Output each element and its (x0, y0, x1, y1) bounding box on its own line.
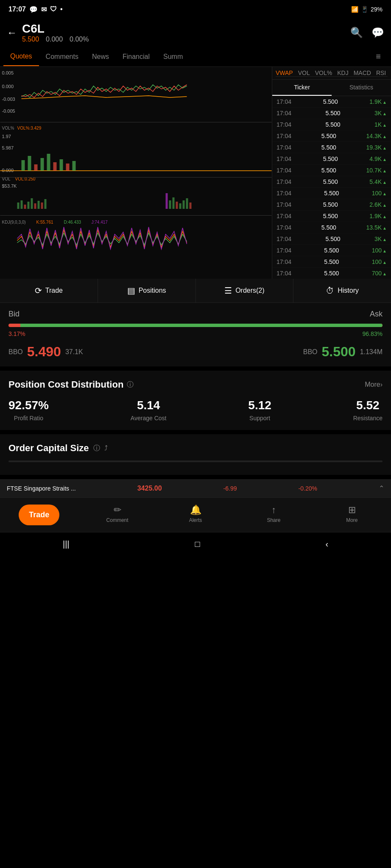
tab-ticker[interactable]: Ticker (272, 80, 332, 96)
ticker-row: 17:04 5.500 2.6K▲ (272, 199, 391, 211)
tab-financial[interactable]: Financial (116, 48, 156, 66)
pcd-title-row: Position Cost Distribution ⓘ (8, 379, 134, 390)
ocs-header: Order Capital Size ⓘ ⤴ (8, 443, 383, 454)
share-icon: ↑ (271, 505, 276, 516)
ticker-row: 17:04 5.500 1.9K▲ (272, 211, 391, 222)
svg-text:-0.005: -0.005 (2, 108, 15, 114)
ind-tab-vwap[interactable]: VWAP (276, 69, 293, 76)
orders-label: Orders(2) (235, 287, 264, 294)
ocs-share-icon[interactable]: ⤴ (104, 444, 108, 452)
chart-area[interactable]: 0.005 0.000 -0.003 -0.005 VOL% VOL%:3.42… (0, 67, 272, 279)
bid-label: Bid (8, 310, 20, 319)
bid-ask-bar (8, 324, 383, 327)
ticker-row: 17:04 5.500 100▲ (272, 245, 391, 256)
avg-cost-stat: 5.14 Average Cost (131, 399, 167, 422)
bn-share-item[interactable]: ↑ Share (235, 501, 313, 529)
positions-button[interactable]: ▤ Positions (98, 279, 196, 302)
status-bar: 17:07 💬 ✉ 🛡 • 📶 📱 29% (0, 0, 391, 19)
trade-action-button[interactable]: Trade (19, 505, 59, 525)
pcd-info-icon[interactable]: ⓘ (127, 380, 134, 389)
ocs-title: Order Capital Size (8, 443, 89, 454)
action-buttons: ⟳ Trade ▤ Positions ☰ Orders(2) ⏱ Histor… (0, 279, 391, 303)
ticker-row: 17:04 5.500 13.5K▲ (272, 222, 391, 233)
stock-change: 0.000 (46, 36, 63, 43)
more-grid-icon: ⊞ (348, 505, 356, 516)
alerts-icon: 🔔 (190, 505, 201, 516)
search-icon[interactable]: 🔍 (350, 27, 363, 39)
bn-alerts-item[interactable]: 🔔 Alerts (156, 501, 235, 529)
svg-text:D:46.433: D:46.433 (64, 220, 81, 225)
profit-ratio-label: Profit Ratio (8, 415, 49, 422)
positions-label: Positions (139, 287, 166, 294)
tab-comments[interactable]: Comments (39, 48, 85, 66)
battery-display: 29% (371, 6, 383, 13)
ticker-row: 17:04 5.500 1K▲ (272, 119, 391, 130)
expand-icon[interactable]: ⌃ (379, 484, 384, 492)
profit-ratio-stat: 92.57% Profit Ratio (8, 399, 49, 422)
stock-price: 5.500 (22, 36, 39, 43)
ind-tab-rsi[interactable]: RSI (376, 69, 386, 76)
svg-rect-34 (41, 202, 43, 209)
support-stat: 5.12 Support (248, 399, 271, 422)
orders-button[interactable]: ☰ Orders(2) (196, 279, 294, 302)
sys-home-button[interactable]: □ (195, 539, 200, 549)
svg-text:VOL%:3.429: VOL%:3.429 (17, 126, 42, 130)
nav-more-icon[interactable]: ≡ (369, 47, 388, 67)
svg-rect-14 (28, 156, 31, 171)
svg-rect-41 (183, 200, 185, 209)
svg-rect-32 (34, 203, 36, 209)
trade-button[interactable]: ⟳ Trade (0, 279, 98, 302)
ind-tab-vol[interactable]: VOL (298, 69, 310, 76)
ind-tab-kdj[interactable]: KDJ (337, 69, 348, 76)
sys-menu-button[interactable]: ||| (63, 539, 70, 549)
pcd-more-button[interactable]: More › (365, 381, 383, 388)
svg-rect-40 (179, 203, 182, 209)
ind-tab-macd[interactable]: MACD (354, 69, 371, 76)
bn-comment-item[interactable]: ✏ Comment (78, 501, 156, 529)
svg-rect-31 (31, 198, 33, 209)
profit-ratio-value: 92.57% (8, 399, 49, 412)
bid-ask-section: Bid Ask 3.17% 96.83% BBO 5.490 37.1K BBO… (0, 303, 391, 366)
tab-summary[interactable]: Summ (156, 48, 190, 66)
pcd-more-label: More (365, 381, 380, 388)
resistance-stat: 5.52 Resistance (353, 399, 383, 422)
svg-rect-44 (0, 215, 272, 216)
svg-rect-25 (0, 181, 272, 215)
tab-news[interactable]: News (85, 48, 116, 66)
svg-rect-29 (24, 205, 26, 209)
index-change-pct: -0.20% (299, 485, 317, 492)
bbo-ask-price: 5.500 (322, 344, 356, 360)
svg-rect-15 (34, 164, 38, 171)
support-label: Support (248, 415, 271, 422)
status-right: 📶 📱 29% (351, 6, 383, 13)
tab-statistics[interactable]: Statistics (332, 80, 391, 96)
pcd-header: Position Cost Distribution ⓘ More › (8, 379, 383, 390)
bbo-row: BBO 5.490 37.1K BBO 5.500 1.134M (8, 344, 383, 360)
header-subtitle: 5.500 0.000 0.00% (22, 36, 345, 43)
ocs-info-icon[interactable]: ⓘ (93, 444, 100, 453)
stock-ticker: C6L (22, 22, 345, 36)
svg-rect-38 (173, 197, 175, 209)
back-button[interactable]: ← (7, 27, 17, 39)
bbo-bid-label: BBO (8, 348, 23, 356)
svg-rect-18 (53, 162, 57, 171)
indicator-tabs-top: VWAP VOL VOL% KDJ MACD RSI (272, 67, 391, 80)
tab-quotes[interactable]: Quotes (3, 47, 39, 66)
ticker-row: 17:04 5.500 3K▲ (272, 233, 391, 245)
comment-icon: ✏ (114, 505, 121, 516)
bn-more-item[interactable]: ⊞ More (313, 501, 391, 529)
svg-rect-13 (22, 160, 25, 171)
svg-rect-20 (66, 164, 70, 171)
sys-back-button[interactable]: ‹ (325, 539, 328, 549)
bn-trade-item[interactable]: Trade (0, 501, 78, 529)
svg-text:0.000: 0.000 (2, 168, 14, 173)
bid-percentage: 3.17% (8, 330, 25, 337)
svg-rect-27 (17, 202, 20, 209)
chat-icon[interactable]: 💬 (371, 27, 384, 39)
ocs-bar (8, 460, 383, 462)
svg-text:5.987: 5.987 (2, 145, 14, 150)
resistance-label: Resistance (353, 415, 383, 422)
ind-tab-volpct[interactable]: VOL% (315, 69, 332, 76)
ticker-stats-tabs: Ticker Statistics (272, 80, 391, 96)
history-button[interactable]: ⏱ History (293, 279, 391, 302)
